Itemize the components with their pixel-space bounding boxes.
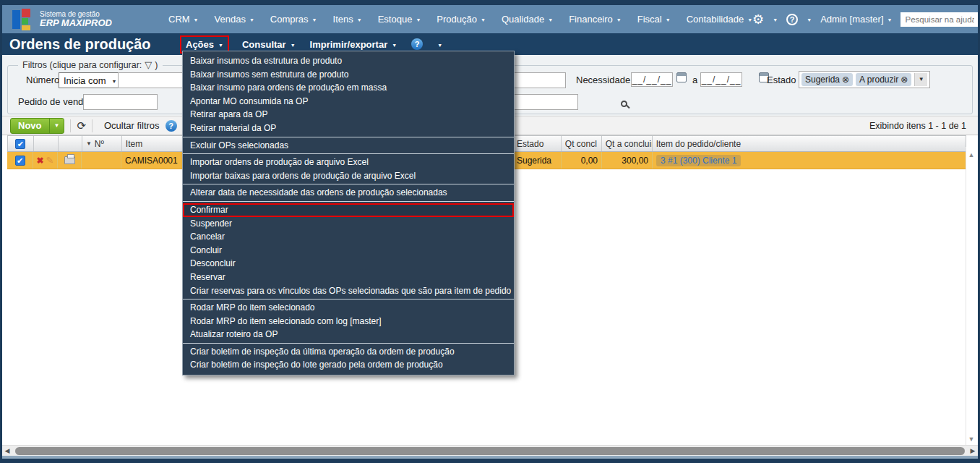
vertical-scrollbar[interactable]: ▲ ▼ xyxy=(966,147,976,447)
estado-multiselect[interactable]: Sugerida⊗A produzir⊗ ▼ xyxy=(799,71,930,88)
menu-item[interactable]: Importar ordens de produção de arquivo E… xyxy=(183,156,514,169)
necessidade-to-input[interactable]: __/__/__ xyxy=(700,72,742,87)
numero-operator-select[interactable]: Inicia com▼ xyxy=(59,72,121,88)
row-select-cell[interactable]: ✔ xyxy=(7,152,33,169)
pedido-link[interactable]: 3 #1 (300) Cliente 1 xyxy=(656,155,741,166)
chevron-down-icon[interactable]: ▼ xyxy=(807,17,812,22)
chevron-down-icon[interactable]: ▼ xyxy=(914,73,927,86)
imprimir-exportar-menu-button[interactable]: Imprimir/exportar▼ xyxy=(310,39,397,50)
scrollbar-thumb[interactable] xyxy=(15,447,965,455)
menu-label: Contabilidade xyxy=(687,14,744,25)
menu-item[interactable]: Atualizar roteiro da OP xyxy=(183,328,514,341)
horizontal-scrollbar[interactable]: ◀ ▶ xyxy=(2,445,978,456)
filters-legend[interactable]: Filtros (clique para configurar: ▽ ) xyxy=(18,59,163,70)
topbar-menu-crm[interactable]: CRM▼ xyxy=(168,14,199,25)
remove-chip-icon[interactable]: ⊗ xyxy=(901,75,908,85)
numero-operator-value: Inicia com xyxy=(64,75,106,86)
menu-item[interactable]: Desconcluir xyxy=(183,257,514,271)
topbar-menu-estoque[interactable]: Estoque▼ xyxy=(378,14,421,25)
menu-item[interactable]: Retirar apara da OP xyxy=(183,108,514,122)
topbar-menu-contabilidade[interactable]: Contabilidade▼ xyxy=(687,14,752,25)
menu-item[interactable]: Importar baixas para ordens de produção … xyxy=(183,169,514,183)
menu-item[interactable]: Suspender xyxy=(183,217,514,231)
maxiprod-logo-icon xyxy=(12,9,34,30)
topbar-menu-vendas[interactable]: Vendas▼ xyxy=(215,14,254,25)
menu-item[interactable]: Retirar material da OP xyxy=(183,122,514,135)
menu-item[interactable]: Baixar insumos sem estrutura de produto xyxy=(183,68,514,82)
menu-item[interactable]: Rodar MRP do item selecionado com log [m… xyxy=(183,315,514,328)
header-estado[interactable]: Estado xyxy=(513,136,562,151)
admin-menu[interactable]: Admin [master]▼ xyxy=(820,14,892,25)
menu-item[interactable]: Criar reservas para os vínculos das OPs … xyxy=(183,284,514,298)
scroll-up-icon[interactable]: ▲ xyxy=(966,151,976,158)
novo-button[interactable]: Novo▼ xyxy=(10,118,64,134)
menu-item[interactable]: Baixar insumos da estrutura de produto xyxy=(183,54,514,68)
chevron-down-icon: ▼ xyxy=(392,43,397,48)
toolbar-separator xyxy=(70,119,71,132)
header-qt-a-concluir[interactable]: Qt a concluir xyxy=(602,136,653,151)
topbar-menu-producao[interactable]: Produção▼ xyxy=(437,14,486,25)
header-qt-concl[interactable]: Qt concl xyxy=(562,136,602,151)
help-icon[interactable]: ? xyxy=(166,120,177,132)
menu-label: Qualidade xyxy=(502,14,544,25)
chevron-down-icon[interactable]: ▼ xyxy=(437,43,442,48)
header-numero[interactable]: ▼Nº xyxy=(82,136,122,151)
printer-icon[interactable] xyxy=(64,156,75,164)
menu-group: Importar ordens de produção de arquivo E… xyxy=(183,154,514,184)
remove-chip-icon[interactable]: ⊗ xyxy=(842,75,849,85)
menu-item[interactable]: Reservar xyxy=(183,271,514,284)
items-count: Exibindo itens 1 - 1 de 1 xyxy=(869,121,966,131)
topbar-menu-financeiro[interactable]: Financeiro▼ xyxy=(569,14,622,25)
help-search-input[interactable] xyxy=(901,12,978,27)
topbar-menu-qualidade[interactable]: Qualidade▼ xyxy=(502,14,553,25)
menu-item[interactable]: Excluir OPs selecionadas xyxy=(183,139,514,153)
cell-qt-a-concluir: 300,00 xyxy=(602,152,653,169)
consultar-menu-button[interactable]: Consultar▼ xyxy=(242,39,296,50)
menu-group: Baixar insumos da estrutura de produtoBa… xyxy=(183,53,514,137)
search-icon[interactable] xyxy=(621,101,627,107)
menu-item[interactable]: Criar boletim de inspeção do lote gerado… xyxy=(183,358,514,372)
edit-pencil-icon[interactable]: ✎ xyxy=(46,155,54,166)
scroll-left-icon[interactable]: ◀ xyxy=(2,447,12,454)
menu-item[interactable]: Apontar MO consumida na OP xyxy=(183,95,514,109)
menu-item[interactable]: Confirmar xyxy=(183,203,514,217)
acoes-menu-button[interactable]: Ações▼ xyxy=(181,37,228,52)
checkbox-checked-icon[interactable]: ✔ xyxy=(15,156,25,166)
menu-item[interactable]: Concluir xyxy=(183,244,514,258)
topbar-menu-itens[interactable]: Itens▼ xyxy=(333,14,362,25)
app-logo[interactable]: Sistema de gestão ERP MAXIPROD xyxy=(12,9,164,30)
topbar-menu-fiscal[interactable]: Fiscal▼ xyxy=(637,14,671,25)
acoes-label: Ações xyxy=(186,39,214,50)
necessidade-from-input[interactable]: __/__/__ xyxy=(631,72,673,87)
scroll-right-icon[interactable]: ▶ xyxy=(968,447,978,454)
menu-item[interactable]: Criar boletim de inspeção da última oper… xyxy=(183,345,514,359)
topbar-menu-compras[interactable]: Compras▼ xyxy=(270,14,317,25)
scroll-down-icon[interactable]: ▼ xyxy=(966,436,976,443)
pedido-venda-input[interactable] xyxy=(83,94,158,110)
chevron-down-icon[interactable]: ▼ xyxy=(773,17,778,22)
menu-item[interactable]: Alterar data de necessidade das ordens d… xyxy=(183,186,514,200)
filters-legend-text: Filtros (clique para configurar: xyxy=(22,60,142,70)
ocultar-filtros-button[interactable]: Ocultar filtros xyxy=(98,120,166,131)
delete-icon[interactable]: ✖ xyxy=(37,156,44,166)
help-icon[interactable]: ? xyxy=(411,38,423,50)
checkbox-checked-icon[interactable]: ✔ xyxy=(15,139,25,149)
estado-chips: Sugerida⊗A produzir⊗ xyxy=(801,73,911,86)
header-label: Qt concl xyxy=(565,139,597,149)
header-item-pedido[interactable]: Item do pedido/cliente xyxy=(653,136,966,151)
chevron-down-icon: ▼ xyxy=(249,17,254,22)
chevron-down-icon: ▼ xyxy=(112,79,117,84)
cell-numero xyxy=(82,152,121,169)
menu-item[interactable]: Baixar insumo para ordens de produção em… xyxy=(183,81,514,95)
refresh-icon[interactable]: ⟳ xyxy=(77,119,86,132)
menu-item[interactable]: Rodar MRP do item selecionado xyxy=(183,301,514,315)
numero-label: Número xyxy=(26,75,59,85)
calendar-icon[interactable] xyxy=(676,72,687,82)
help-icon[interactable]: ? xyxy=(786,14,798,25)
menu-label: CRM xyxy=(168,14,190,25)
select-all-cell[interactable]: ✔ xyxy=(8,136,34,151)
gear-icon[interactable]: ⚙ xyxy=(752,13,764,26)
actions-menu: Baixar insumos da estrutura de produtoBa… xyxy=(182,51,515,375)
menu-item[interactable]: Cancelar xyxy=(183,230,514,244)
menu-label: Compras xyxy=(270,14,309,25)
